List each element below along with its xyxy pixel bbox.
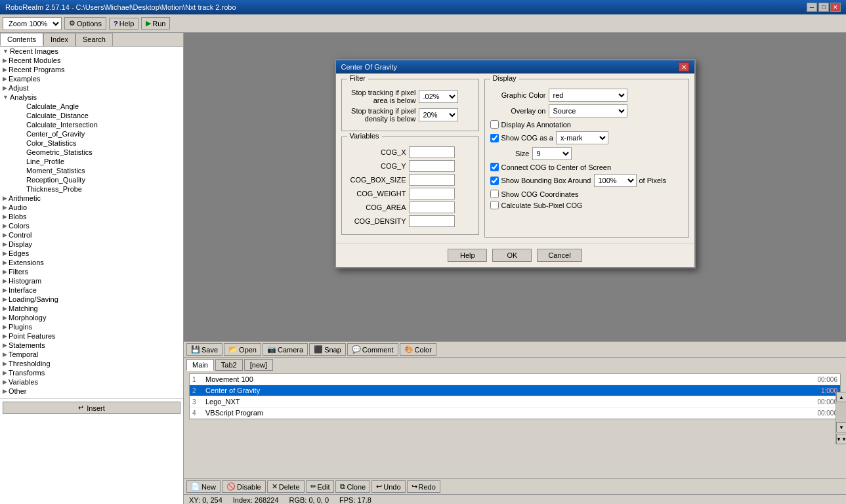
sidebar-item-histogram[interactable]: ▶ Histogram xyxy=(0,276,183,285)
scroll-up-button[interactable]: ▲ xyxy=(836,392,846,402)
redo-button[interactable]: ↪ Redo xyxy=(407,480,440,493)
module-item-3[interactable]: 3 Lego_NXT 00:000 xyxy=(190,396,840,408)
cog-y-input[interactable] xyxy=(409,160,455,172)
sidebar-item-reception-quality[interactable]: Reception_Quality xyxy=(8,175,183,184)
module-item-1[interactable]: 1 Movement 100 00:006 xyxy=(190,374,840,385)
sidebar-item-blobs[interactable]: ▶ Blobs xyxy=(0,212,183,221)
delete-button[interactable]: ✕ Delete xyxy=(267,480,305,493)
sidebar-item-point-features[interactable]: ▶ Point Features xyxy=(0,331,183,341)
edit-button[interactable]: ✏ Edit xyxy=(306,480,335,493)
dialog-close-button[interactable]: ✕ xyxy=(679,62,689,72)
sidebar-item-calculate-distance[interactable]: Calculate_Distance xyxy=(8,111,183,120)
sidebar-item-statements[interactable]: ▶ Statements xyxy=(0,341,183,350)
comment-button[interactable]: 💬 Comment xyxy=(347,343,398,356)
cog-area-input[interactable] xyxy=(409,201,455,213)
graphic-color-select[interactable]: red xyxy=(549,89,627,102)
sidebar-item-variables[interactable]: ▶ Variables xyxy=(0,377,183,387)
run-icon: ▶ xyxy=(146,19,151,28)
dialog-help-button[interactable]: Help xyxy=(448,249,487,262)
sidebar-item-transforms[interactable]: ▶ Transforms xyxy=(0,368,183,377)
dialog-ok-button[interactable]: OK xyxy=(492,249,532,262)
overlay-on-select[interactable]: Source Original None xyxy=(549,104,627,117)
sidebar-item-examples[interactable]: ▶ Examples xyxy=(0,74,183,83)
save-button[interactable]: 💾 Save xyxy=(186,343,222,356)
sidebar-item-filters[interactable]: ▶ Filters xyxy=(0,267,183,276)
tree-container: ▼ Recent Images ▶ Recent Modules ▶ Recen… xyxy=(0,47,183,396)
module-item-2[interactable]: 2 Center of Gravity 1:000 xyxy=(190,385,840,396)
sidebar-item-matching[interactable]: ▶ Matching xyxy=(0,304,183,313)
close-button[interactable]: ✕ xyxy=(830,3,841,12)
filter-density-select[interactable]: 20% xyxy=(419,108,458,121)
tab-index[interactable]: Index xyxy=(43,33,75,46)
camera-button[interactable]: 📷 Camera xyxy=(263,343,308,356)
filter-area-select[interactable]: .02% xyxy=(419,90,458,103)
connect-cog-checkbox[interactable] xyxy=(490,163,499,171)
tab-new[interactable]: [new] xyxy=(244,359,273,371)
sidebar-item-center-of-gravity[interactable]: Center_of_Gravity xyxy=(8,129,183,138)
insert-button[interactable]: ↵ Insert xyxy=(3,402,180,414)
module-num-1: 1 xyxy=(192,376,205,383)
sidebar-item-calculate-angle[interactable]: Calculate_Angle xyxy=(8,102,183,111)
cog-density-input[interactable] xyxy=(409,215,455,227)
sidebar-item-interface[interactable]: ▶ Interface xyxy=(0,285,183,295)
sidebar-item-recent-programs[interactable]: ▶ Recent Programs xyxy=(0,65,183,74)
sidebar-item-display[interactable]: ▶ Display xyxy=(0,240,183,249)
tab-contents[interactable]: Contents xyxy=(0,33,43,46)
show-cog-coords-checkbox[interactable] xyxy=(490,190,499,198)
cog-weight-input[interactable] xyxy=(409,188,455,200)
sidebar-item-calculate-intersection[interactable]: Calculate_Intersection xyxy=(8,120,183,129)
sidebar-item-moment-statistics[interactable]: Moment_Statistics xyxy=(8,166,183,175)
maximize-button[interactable]: □ xyxy=(818,3,829,12)
sidebar-item-thresholding[interactable]: ▶ Thresholding xyxy=(0,359,183,368)
sidebar-item-loading-saving[interactable]: ▶ Loading/Saving xyxy=(0,295,183,304)
zoom-select[interactable]: Zoom 100% xyxy=(3,17,62,30)
sidebar-item-recent-images[interactable]: ▼ Recent Images xyxy=(0,47,183,56)
run-button[interactable]: ▶ Run xyxy=(141,17,170,30)
sidebar-item-color-statistics[interactable]: Color_Statistics xyxy=(8,138,183,148)
clone-button[interactable]: ⧉ Clone xyxy=(335,480,370,493)
scroll-bottom-button[interactable]: ▼▼ xyxy=(836,434,846,444)
show-bounding-box-checkbox[interactable] xyxy=(490,177,499,185)
expand-icon: ▶ xyxy=(3,195,7,201)
dialog-cancel-button[interactable]: Cancel xyxy=(537,249,582,262)
disable-button[interactable]: 🚫 Disable xyxy=(222,480,266,493)
options-button[interactable]: ⚙ Options xyxy=(64,17,106,30)
sidebar-item-recent-modules[interactable]: ▶ Recent Modules xyxy=(0,56,183,65)
cog-x-input[interactable] xyxy=(409,146,455,158)
tab-search[interactable]: Search xyxy=(75,33,113,46)
sidebar-item-extensions[interactable]: ▶ Extensions xyxy=(0,258,183,267)
snap-button[interactable]: ⬛ Snap xyxy=(309,343,346,356)
overlay-on-row: Overlay on Source Original None xyxy=(490,104,683,117)
minimize-button[interactable]: ─ xyxy=(807,3,817,12)
show-cog-as-select[interactable]: x-mark dot cross xyxy=(556,131,608,144)
help-button[interactable]: ? Help xyxy=(109,18,138,30)
sidebar-item-edges[interactable]: ▶ Edges xyxy=(0,249,183,258)
open-button[interactable]: 📂 Open xyxy=(224,343,261,356)
cog-box-size-input[interactable] xyxy=(409,174,455,186)
tab-tab2[interactable]: Tab2 xyxy=(215,359,243,371)
sidebar-item-arithmetic[interactable]: ▶ Arithmetic xyxy=(0,194,183,203)
show-cog-as-checkbox[interactable] xyxy=(490,134,499,142)
tab-main[interactable]: Main xyxy=(186,359,214,371)
undo-button[interactable]: ↩ Undo xyxy=(371,480,405,493)
sidebar-item-other[interactable]: ▶ Other xyxy=(0,387,183,396)
display-as-annotation-checkbox[interactable] xyxy=(490,120,499,129)
color-button[interactable]: 🎨 Color xyxy=(400,343,436,356)
sidebar-item-audio[interactable]: ▶ Audio xyxy=(0,203,183,212)
sidebar-item-geometric-statistics[interactable]: Geometric_Statistics xyxy=(8,148,183,157)
module-item-4[interactable]: 4 VBScript Program 00:000 xyxy=(190,408,840,419)
sidebar-item-temporal[interactable]: ▶ Temporal xyxy=(0,350,183,359)
sidebar-item-analysis[interactable]: ▼ Analysis xyxy=(0,93,183,102)
bounding-box-select[interactable]: 100% xyxy=(594,174,637,187)
calc-sub-pixel-checkbox[interactable] xyxy=(490,201,499,209)
sidebar-item-adjust[interactable]: ▶ Adjust xyxy=(0,83,183,93)
sidebar-item-morphology[interactable]: ▶ Morphology xyxy=(0,313,183,322)
sidebar-item-line-profile[interactable]: Line_Profile xyxy=(8,157,183,166)
scroll-down-button[interactable]: ▼ xyxy=(836,422,846,432)
new-button[interactable]: 📄 New xyxy=(186,480,221,493)
sidebar-item-control[interactable]: ▶ Control xyxy=(0,230,183,240)
sidebar-item-colors[interactable]: ▶ Colors xyxy=(0,221,183,230)
sidebar-item-thickness-probe[interactable]: Thickness_Probe xyxy=(8,184,183,194)
size-select[interactable]: 9 xyxy=(532,147,572,160)
sidebar-item-plugins[interactable]: ▶ Plugins xyxy=(0,322,183,331)
